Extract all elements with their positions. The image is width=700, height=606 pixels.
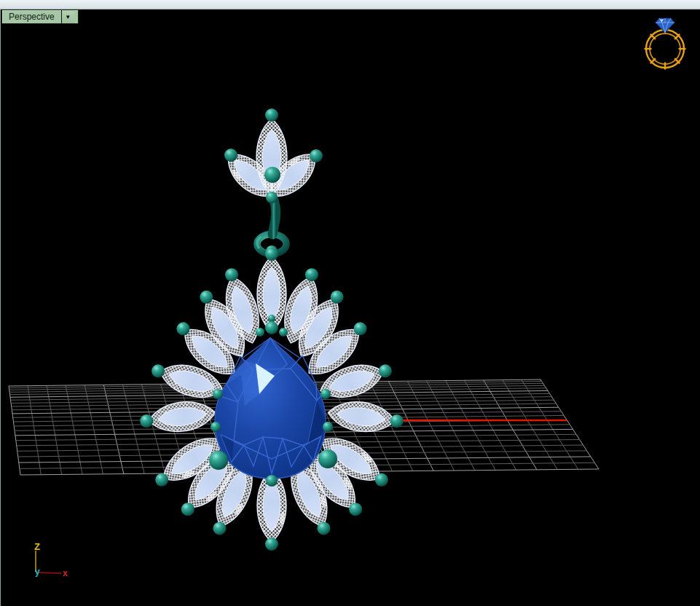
prong-ball [256, 328, 264, 337]
prong-ball [200, 291, 213, 304]
y-axis-label: y [35, 567, 40, 577]
prong-ball [375, 473, 388, 487]
prong-ball [379, 364, 392, 377]
prong-ball [320, 389, 331, 399]
prong-ball [266, 192, 278, 203]
prong-ball [349, 503, 362, 516]
prong-ball [213, 522, 226, 535]
prong-ball [152, 364, 165, 377]
prong-ball [140, 414, 153, 428]
prong-ball [268, 315, 275, 322]
x-axis-label: x [63, 568, 68, 578]
prong-ball [318, 522, 331, 535]
prong-ball [390, 414, 404, 428]
viewport-dropdown-arrow-icon[interactable]: ▼ [61, 10, 74, 23]
prong-ball [279, 328, 288, 337]
prong-ball [209, 451, 228, 470]
prong-ball [225, 268, 238, 281]
prong-ball [310, 149, 323, 162]
prong-ball [265, 248, 278, 261]
prong-ball [265, 321, 278, 334]
viewport-background[interactable] [0, 9, 700, 606]
prong-ball [213, 389, 223, 399]
viewport-tab-label: Perspective [2, 10, 61, 23]
prong-ball [155, 473, 168, 487]
prong-ball [323, 422, 333, 432]
prong-ball [264, 167, 280, 183]
prong-ball [211, 422, 221, 432]
z-axis-label: Z [34, 541, 40, 552]
prong-ball [266, 475, 278, 487]
prong-ball [265, 538, 278, 551]
prong-ball [176, 322, 189, 335]
prong-ball [331, 291, 344, 304]
prong-ball [354, 322, 367, 335]
prong-ball [318, 449, 337, 468]
prong-ball [305, 268, 318, 281]
viewport-3d-scene[interactable]: Z x y [0, 0, 700, 606]
viewport-tab-perspective[interactable]: Perspective ▼ [1, 9, 79, 24]
cad-viewport-window: Z x y [0, 0, 700, 606]
prong-ball [224, 149, 237, 162]
prong-ball [265, 109, 278, 122]
prong-ball [181, 503, 194, 516]
